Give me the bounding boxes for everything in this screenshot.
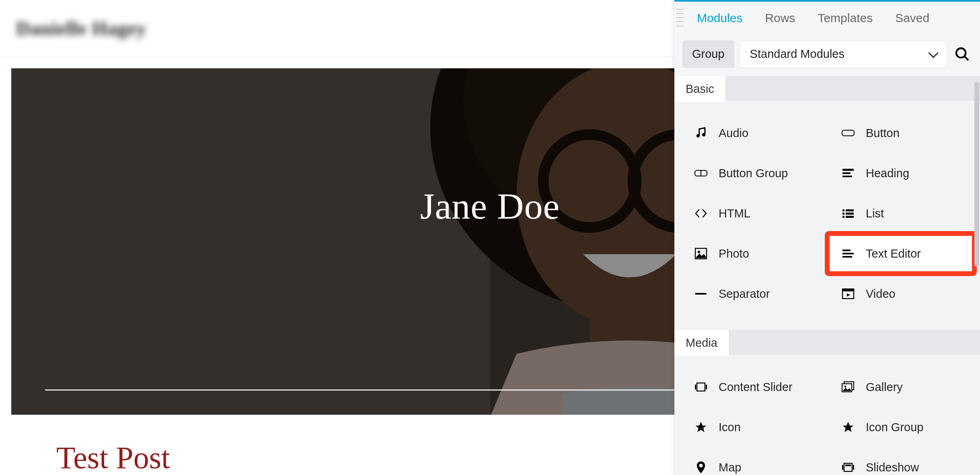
panel-pointer bbox=[909, 0, 924, 2]
tab-templates[interactable]: Templates bbox=[818, 11, 873, 33]
svg-rect-24 bbox=[842, 216, 844, 218]
svg-rect-20 bbox=[842, 209, 844, 211]
module-html[interactable]: HTML bbox=[680, 193, 827, 233]
list-icon bbox=[841, 206, 855, 221]
chevron-down-icon bbox=[928, 48, 938, 58]
site-logo[interactable]: Danielle Hagey bbox=[16, 17, 147, 39]
svg-rect-31 bbox=[695, 293, 707, 295]
modules-scroll[interactable]: Basic Audio Button Button Group bbox=[674, 76, 980, 475]
select-value: Standard Modules bbox=[750, 47, 844, 61]
module-label: List bbox=[866, 207, 884, 220]
star-icon bbox=[694, 420, 708, 434]
svg-rect-30 bbox=[842, 256, 852, 258]
button-icon bbox=[841, 126, 855, 140]
scrollbar[interactable] bbox=[974, 82, 979, 267]
module-heading[interactable]: Heading bbox=[827, 153, 974, 193]
svg-point-10 bbox=[956, 48, 966, 57]
module-text-editor[interactable]: Text Editor bbox=[827, 233, 974, 274]
section-basic-label: Basic bbox=[674, 76, 725, 102]
search-icon bbox=[954, 46, 970, 62]
module-icon-group[interactable]: Icon Group bbox=[827, 407, 974, 447]
svg-rect-29 bbox=[842, 253, 854, 254]
svg-rect-43 bbox=[853, 465, 854, 470]
drag-handle-icon[interactable] bbox=[676, 7, 684, 28]
gallery-icon bbox=[841, 380, 855, 394]
section-media-label: Media bbox=[674, 330, 729, 356]
panel-toolbar: Group Standard Modules bbox=[674, 40, 980, 76]
svg-point-39 bbox=[844, 386, 846, 388]
tab-modules[interactable]: Modules bbox=[697, 11, 742, 33]
module-label: Icon bbox=[719, 421, 741, 434]
svg-point-40 bbox=[699, 464, 703, 467]
module-label: Map bbox=[719, 461, 741, 474]
module-label: Button bbox=[866, 127, 900, 140]
svg-rect-35 bbox=[695, 385, 696, 389]
module-label: Slideshow bbox=[866, 461, 919, 474]
heading-icon bbox=[841, 166, 855, 180]
html-icon bbox=[694, 206, 708, 221]
svg-point-13 bbox=[702, 133, 706, 137]
module-button[interactable]: Button bbox=[827, 113, 974, 153]
module-label: Heading bbox=[866, 167, 909, 180]
module-label: Audio bbox=[719, 127, 748, 140]
module-label: Separator bbox=[719, 287, 770, 301]
svg-rect-18 bbox=[842, 172, 851, 174]
svg-rect-22 bbox=[842, 213, 844, 215]
media-modules: Content Slider Gallery Icon Icon Group bbox=[674, 355, 980, 475]
builder-panel: Modules Rows Templates Saved Group Stand… bbox=[674, 0, 980, 475]
module-map[interactable]: Map bbox=[680, 447, 827, 475]
module-label: Photo bbox=[719, 247, 749, 260]
svg-rect-19 bbox=[842, 176, 852, 177]
module-label: Content Slider bbox=[719, 381, 793, 394]
panel-tabs: Modules Rows Templates Saved bbox=[674, 2, 980, 40]
tab-saved[interactable]: Saved bbox=[895, 11, 929, 33]
text-editor-icon bbox=[841, 246, 855, 261]
module-group-select[interactable]: Standard Modules bbox=[740, 41, 947, 68]
hero-title: Jane Doe bbox=[420, 185, 560, 227]
module-label: Text Editor bbox=[866, 247, 921, 260]
module-photo[interactable]: Photo bbox=[680, 233, 827, 274]
tab-rows[interactable]: Rows bbox=[765, 11, 795, 33]
module-label: Gallery bbox=[866, 381, 903, 394]
module-label: Video bbox=[866, 287, 896, 301]
svg-rect-21 bbox=[846, 209, 854, 211]
svg-point-12 bbox=[696, 134, 700, 138]
module-gallery[interactable]: Gallery bbox=[827, 367, 974, 407]
svg-rect-23 bbox=[846, 213, 854, 215]
svg-rect-36 bbox=[706, 385, 707, 389]
content-slider-icon bbox=[694, 380, 708, 394]
group-button[interactable]: Group bbox=[682, 40, 734, 68]
search-button[interactable] bbox=[953, 45, 972, 64]
module-label: Button Group bbox=[719, 167, 788, 180]
photo-icon bbox=[694, 246, 708, 261]
module-label: HTML bbox=[719, 207, 750, 220]
slideshow-icon bbox=[841, 460, 855, 475]
map-pin-icon bbox=[694, 460, 708, 475]
module-audio[interactable]: Audio bbox=[680, 113, 827, 153]
svg-rect-17 bbox=[842, 169, 854, 171]
svg-rect-34 bbox=[697, 383, 705, 391]
module-content-slider[interactable]: Content Slider bbox=[680, 367, 827, 407]
svg-line-11 bbox=[964, 56, 968, 60]
video-icon bbox=[841, 287, 855, 301]
audio-icon bbox=[694, 126, 708, 140]
svg-point-27 bbox=[698, 251, 700, 253]
section-basic-header: Basic bbox=[674, 76, 980, 101]
module-button-group[interactable]: Button Group bbox=[680, 153, 827, 193]
basic-modules: Audio Button Button Group Heading bbox=[674, 101, 980, 330]
module-label: Icon Group bbox=[866, 421, 923, 434]
module-video[interactable]: Video bbox=[827, 274, 974, 314]
svg-rect-33 bbox=[842, 289, 854, 291]
module-separator[interactable]: Separator bbox=[680, 274, 827, 314]
section-media-header: Media bbox=[674, 330, 980, 355]
svg-rect-25 bbox=[846, 216, 854, 218]
module-slideshow[interactable]: Slideshow bbox=[827, 447, 974, 475]
module-icon[interactable]: Icon bbox=[680, 407, 827, 447]
button-group-icon bbox=[694, 166, 708, 180]
svg-rect-42 bbox=[842, 465, 843, 470]
separator-icon bbox=[694, 287, 708, 301]
svg-rect-44 bbox=[845, 465, 851, 466]
svg-rect-28 bbox=[842, 250, 851, 251]
module-list[interactable]: List bbox=[827, 193, 974, 233]
star-icon bbox=[841, 420, 855, 434]
